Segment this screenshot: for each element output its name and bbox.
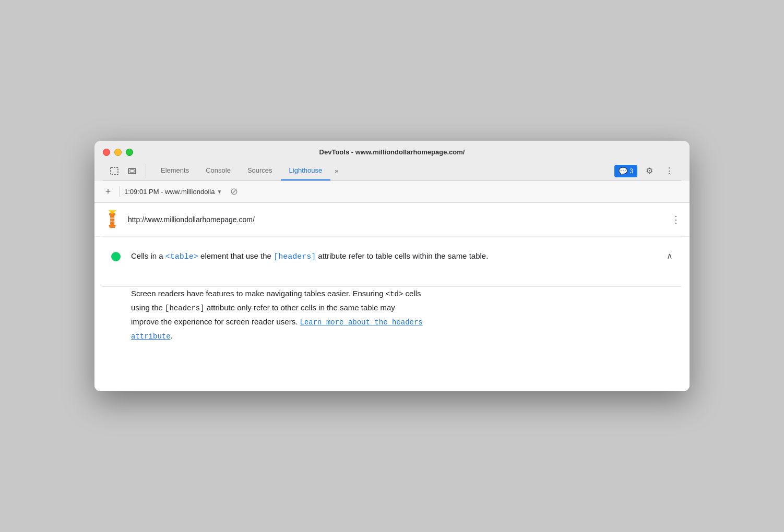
- console-badge-count: 3: [629, 167, 633, 175]
- dropdown-caret-icon: ▼: [217, 189, 222, 195]
- url-dropdown[interactable]: 1:09:01 PM - www.milliondolla ▼: [124, 188, 222, 196]
- svg-rect-3: [110, 214, 114, 225]
- close-button[interactable]: [103, 149, 110, 156]
- toolbar: + 1:09:01 PM - www.milliondolla ▼ ⊘: [94, 181, 690, 202]
- bottom-spacer: [94, 360, 690, 391]
- svg-rect-2: [130, 170, 134, 173]
- result-title-prefix: Cells in a: [131, 251, 165, 260]
- traffic-lights: [103, 149, 133, 156]
- learn-more-link[interactable]: Learn more about the headersattribute: [131, 318, 423, 341]
- tab-tools: [107, 164, 146, 178]
- result-title-suffix: attribute refer to table cells within th…: [316, 251, 488, 260]
- desc-code-headers: [headers]: [165, 304, 205, 312]
- description-text: Screen readers have features to make nav…: [131, 287, 673, 343]
- audit-menu-button[interactable]: ⋮: [671, 214, 681, 225]
- tab-console[interactable]: Console: [197, 161, 239, 180]
- desc-code-td: <td>: [386, 290, 403, 298]
- result-title: Cells in a <table> element that use the …: [131, 250, 656, 263]
- tab-sources[interactable]: Sources: [239, 161, 281, 180]
- cancel-button[interactable]: ⊘: [230, 186, 238, 197]
- cursor-icon[interactable]: [107, 164, 122, 178]
- description-section: Screen readers have features to make nav…: [94, 287, 690, 359]
- tab-bar: Elements Console Sources Lighthouse » 💬: [103, 161, 681, 181]
- svg-rect-8: [108, 221, 116, 222]
- tab-lighthouse[interactable]: Lighthouse: [281, 161, 331, 180]
- more-options-icon: ⋮: [665, 166, 673, 176]
- audit-url: http://www.milliondollarhomepage.com/: [128, 215, 665, 224]
- title-bar: DevTools - www.milliondollarhomepage.com…: [94, 141, 690, 181]
- device-icon[interactable]: [125, 164, 139, 178]
- svg-marker-4: [109, 225, 116, 228]
- collapse-button[interactable]: ∧: [667, 251, 673, 261]
- toolbar-url: 1:09:01 PM - www.milliondolla ▼: [124, 188, 222, 196]
- maximize-button[interactable]: [126, 149, 133, 156]
- status-dot-pass: [111, 252, 121, 261]
- svg-rect-7: [108, 217, 116, 219]
- devtools-content: http://www.milliondollarhomepage.com/ ⋮ …: [94, 202, 690, 391]
- settings-icon: ⚙: [646, 166, 653, 176]
- settings-button[interactable]: ⚙: [642, 163, 657, 179]
- more-options-button[interactable]: ⋮: [661, 163, 677, 179]
- add-button[interactable]: +: [101, 184, 115, 199]
- lighthouse-icon: [103, 210, 122, 229]
- collapse-icon: ∧: [667, 251, 673, 260]
- minimize-button[interactable]: [114, 149, 122, 156]
- console-count-badge[interactable]: 💬 3: [614, 165, 637, 177]
- result-row: Cells in a <table> element that use the …: [111, 250, 673, 263]
- tab-elements[interactable]: Elements: [152, 161, 197, 180]
- console-badge-icon: 💬: [619, 167, 627, 175]
- result-title-mid: element that use the: [198, 251, 274, 260]
- devtools-window: DevTools - www.milliondollarhomepage.com…: [94, 141, 690, 391]
- audit-row: http://www.milliondollarhomepage.com/ ⋮: [94, 203, 690, 237]
- cancel-icon: ⊘: [230, 186, 238, 197]
- result-code-headers: [headers]: [274, 252, 316, 261]
- window-title: DevTools - www.milliondollarhomepage.com…: [319, 148, 465, 156]
- tab-right-actions: 💬 3 ⚙ ⋮: [614, 163, 677, 179]
- tab-more-button[interactable]: »: [330, 162, 342, 180]
- result-code-table: <table>: [165, 252, 198, 261]
- svg-rect-0: [111, 167, 118, 175]
- tabs-container: Elements Console Sources Lighthouse »: [152, 161, 614, 180]
- toolbar-separator: [120, 186, 120, 197]
- result-section: Cells in a <table> element that use the …: [94, 237, 690, 286]
- url-timestamp: 1:09:01 PM - www.milliondolla: [124, 188, 215, 196]
